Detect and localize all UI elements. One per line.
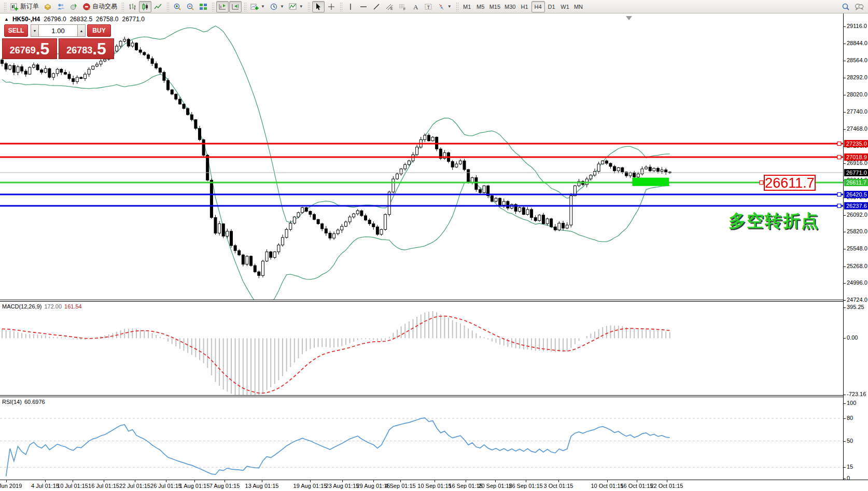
sell-button[interactable]: SELL <box>4 24 28 37</box>
indicators-icon <box>289 3 297 11</box>
auto-scroll-button[interactable] <box>216 1 229 12</box>
zoom-out-icon <box>186 3 194 11</box>
time-tick-label: 1 Aug 01:15 <box>179 483 210 489</box>
time-axis-tick <box>194 480 195 482</box>
line-chart-button[interactable] <box>152 1 164 12</box>
timeframe-button-mn[interactable]: MN <box>572 1 585 12</box>
candlestick-chart-button[interactable] <box>139 1 151 12</box>
crosshair-icon <box>327 3 335 11</box>
price-annotation-box[interactable]: 26611.7 <box>764 175 816 191</box>
toolbar-grip[interactable] <box>244 2 246 11</box>
collapse-trade-panel-icon[interactable]: ▲ <box>4 17 9 22</box>
community-button[interactable] <box>54 1 67 12</box>
bar-chart-icon <box>128 3 136 11</box>
timeframe-button-m5[interactable]: M5 <box>474 1 487 12</box>
profiles-button[interactable] <box>41 1 54 12</box>
price-pane-canvas[interactable] <box>0 13 843 300</box>
chat-button[interactable] <box>852 1 866 12</box>
price-axis-tick <box>844 61 846 61</box>
chat-icon <box>855 3 864 11</box>
auto-trading-icon <box>82 3 91 11</box>
horizontal-line-button[interactable] <box>357 1 370 12</box>
sell-price-display[interactable]: 26769 .5 <box>2 38 57 59</box>
chart-shift-button[interactable] <box>229 1 242 12</box>
time-axis-tick <box>104 480 104 482</box>
chinese-note-text[interactable]: 多空转折点 <box>729 209 819 233</box>
rsi-pane-canvas[interactable] <box>0 397 843 480</box>
timeframe-button-m15[interactable]: M15 <box>487 1 502 12</box>
zoom-out-button[interactable] <box>184 1 197 12</box>
sell-price-main: 26769 <box>10 44 36 57</box>
svg-text:T: T <box>427 4 430 9</box>
zoom-in-icon <box>173 3 181 11</box>
rsi-label: RSI(14)60.6976 <box>2 399 48 405</box>
zoom-in-button[interactable] <box>171 1 184 12</box>
time-axis-tick <box>667 480 667 482</box>
time-axis[interactable]: 27 Jun 20194 Jul 01:1510 Jul 01:1516 Jul… <box>0 480 868 491</box>
cursor-button[interactable] <box>312 1 325 12</box>
crosshair-button[interactable] <box>325 1 338 12</box>
tile-windows-button[interactable] <box>197 1 209 12</box>
buy-button[interactable]: BUY <box>87 24 111 37</box>
time-axis-tick <box>400 480 401 482</box>
indicators-button[interactable]: ▼ <box>287 1 305 12</box>
auto-scroll-icon <box>218 3 227 11</box>
timeframe-button-w1[interactable]: W1 <box>558 1 572 12</box>
price-axis-tick <box>844 300 846 301</box>
price-tick-label: 25268.0 <box>847 263 867 269</box>
buy-price-display[interactable]: 26783 .5 <box>59 38 114 59</box>
period-button[interactable]: ▼ <box>268 1 286 12</box>
vertical-line-button[interactable] <box>344 1 357 12</box>
text-label-button[interactable]: T <box>422 1 435 12</box>
toolbar-grip[interactable] <box>340 2 342 11</box>
trendline-icon <box>372 3 381 11</box>
timeframe-button-m30[interactable]: M30 <box>502 1 517 12</box>
timeframe-button-h1[interactable]: H1 <box>518 1 531 12</box>
price-tick-label: 24996.0 <box>847 279 867 286</box>
rsi-axis-tick <box>844 418 846 419</box>
rsi-pane[interactable]: RSI(14)60.6976 <box>0 397 843 480</box>
macd-pane[interactable]: MACD(12,26,9)172.00161.54 <box>0 302 843 395</box>
time-axis-tick <box>607 480 608 482</box>
signals-button[interactable] <box>67 1 80 12</box>
auto-trading-button[interactable]: 自动交易 <box>80 1 119 12</box>
toolbar-grip[interactable] <box>456 2 458 11</box>
toolbar-grip[interactable] <box>121 2 124 11</box>
volume-input[interactable] <box>39 24 77 37</box>
time-axis-tick <box>45 480 46 482</box>
chart-shift-icon <box>231 3 240 11</box>
volume-increase-button[interactable]: ▲ <box>77 24 86 37</box>
time-axis-tick <box>558 480 559 482</box>
text-button[interactable]: A <box>409 1 422 12</box>
new-chart-button[interactable]: ▼ <box>248 1 267 12</box>
search-button[interactable] <box>839 1 852 12</box>
macd-pane-canvas[interactable] <box>0 302 843 395</box>
price-axis-tick <box>844 95 846 95</box>
price-tick-label: 28292.0 <box>847 74 867 80</box>
toolbar-grip[interactable] <box>307 2 310 11</box>
toolbar-grip[interactable] <box>4 2 6 11</box>
new-order-button[interactable]: 新订单 <box>8 1 41 12</box>
price-pane[interactable]: 26611.7 多空转折点 <box>0 13 843 300</box>
dropdown-arrow-icon: ▼ <box>447 4 452 9</box>
channel-button[interactable]: E <box>383 1 396 12</box>
low-value: 26758.0 <box>96 16 118 23</box>
price-axis-tick <box>844 215 846 216</box>
arrows-button[interactable]: ▼ <box>435 1 454 12</box>
channel-icon: E <box>385 3 394 11</box>
timeframe-button-h4[interactable]: H4 <box>531 1 545 12</box>
toolbar-grip[interactable] <box>212 2 214 11</box>
time-axis-tick <box>135 480 135 482</box>
price-axis-tick <box>844 129 846 130</box>
buy-price-fraction: .5 <box>92 40 106 57</box>
fibonacci-button[interactable]: F <box>396 1 409 12</box>
toolbar-grip[interactable] <box>166 2 169 11</box>
timeframe-button-m1[interactable]: M1 <box>460 1 474 12</box>
auto-trading-label: 自动交易 <box>92 2 117 11</box>
trendline-button[interactable] <box>370 1 383 12</box>
time-tick-label: 16 Jul 01:15 <box>88 483 119 489</box>
bar-chart-button[interactable] <box>126 1 138 12</box>
timeframe-button-d1[interactable]: D1 <box>545 1 558 12</box>
volume-decrease-button[interactable]: ▼ <box>31 24 39 37</box>
price-axis[interactable]: 29116.028844.028564.028292.028020.027740… <box>843 13 868 480</box>
